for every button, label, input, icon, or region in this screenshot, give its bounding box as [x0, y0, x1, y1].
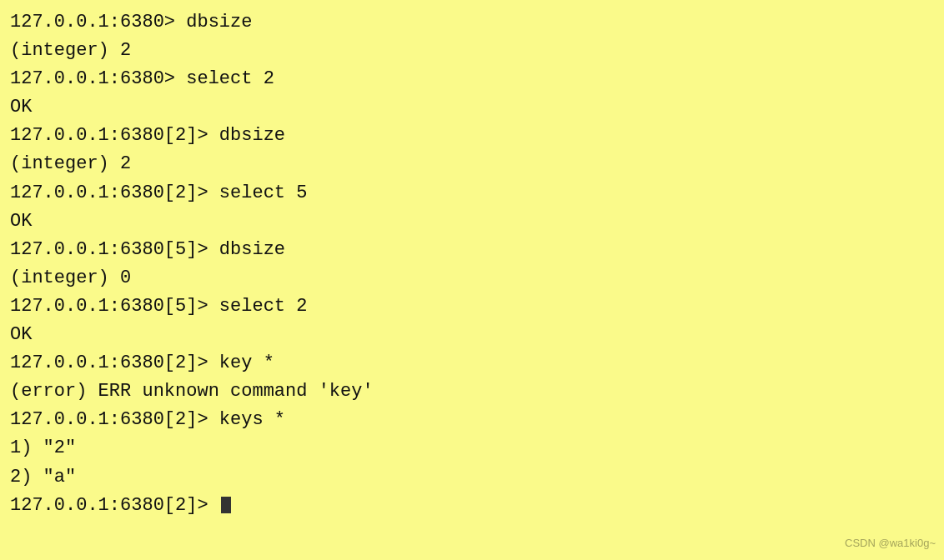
- terminal-line: (error) ERR unknown command 'key': [10, 378, 934, 406]
- terminal-line: 127.0.0.1:6380[5]> select 2: [10, 292, 934, 321]
- terminal-line: (integer) 0: [10, 264, 934, 292]
- terminal-line: 127.0.0.1:6380[2]> dbsize: [10, 122, 934, 150]
- terminal-line: 127.0.0.1:6380> select 2: [10, 65, 934, 93]
- terminal-line: 1) "2": [10, 434, 934, 462]
- terminal-line: 2) "a": [10, 463, 934, 492]
- terminal-line: OK: [10, 93, 934, 122]
- terminal-line: OK: [10, 208, 934, 236]
- terminal-cursor: [221, 497, 231, 513]
- watermark-label: CSDN @wa1ki0g~: [845, 535, 936, 552]
- terminal-line: 127.0.0.1:6380[5]> dbsize: [10, 236, 934, 264]
- terminal-line: (integer) 2: [10, 150, 934, 178]
- terminal-line: (integer) 2: [10, 37, 934, 65]
- terminal-output: 127.0.0.1:6380> dbsize(integer) 2127.0.0…: [10, 8, 934, 520]
- terminal-line: 127.0.0.1:6380[2]> select 5: [10, 179, 934, 208]
- terminal-line: 127.0.0.1:6380[2]> keys *: [10, 406, 934, 434]
- terminal-line: OK: [10, 321, 934, 349]
- terminal-line: 127.0.0.1:6380[2]>: [10, 492, 934, 520]
- terminal-line: 127.0.0.1:6380[2]> key *: [10, 349, 934, 378]
- terminal-line: 127.0.0.1:6380> dbsize: [10, 8, 934, 37]
